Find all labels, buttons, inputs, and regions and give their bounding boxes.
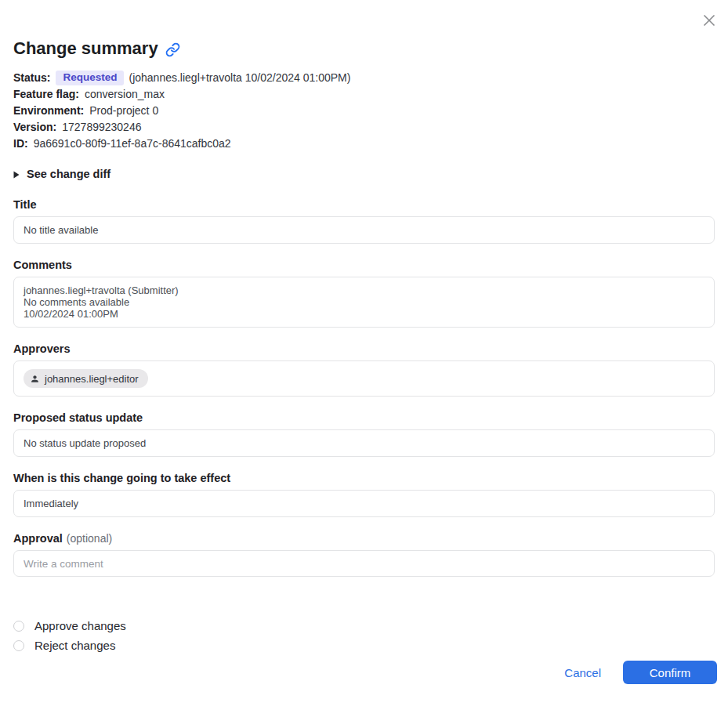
effect-section: When is this change going to take effect… xyxy=(13,472,715,517)
change-summary-dialog: Change summary Status: Requested (johann… xyxy=(0,0,728,710)
title-section-label: Title xyxy=(13,198,715,212)
chevron-right-icon xyxy=(13,171,20,179)
confirm-button[interactable]: Confirm xyxy=(623,661,717,684)
effect-value: Immediately xyxy=(24,498,78,509)
status-label: Status: xyxy=(13,70,50,86)
version-row: Version: 1727899230246 xyxy=(13,119,715,136)
environment-value: Prod-project 0 xyxy=(89,103,158,119)
comment-body-line: No comments available xyxy=(24,296,704,308)
environment-label: Environment: xyxy=(13,103,84,119)
environment-row: Environment: Prod-project 0 xyxy=(13,103,715,119)
proposed-status-section: Proposed status update No status update … xyxy=(13,411,715,457)
proposed-status-label: Proposed status update xyxy=(13,411,715,425)
feature-flag-value: conversion_max xyxy=(85,86,165,103)
approver-chip[interactable]: johannes.liegl+editor xyxy=(24,369,148,388)
id-label: ID: xyxy=(13,136,28,152)
page-title: Change summary xyxy=(13,0,715,59)
decision-radio-group: Approve changes Reject changes xyxy=(13,616,715,655)
status-detail: (johannes.liegl+travolta 10/02/2024 01:0… xyxy=(129,70,350,86)
feature-flag-label: Feature flag: xyxy=(13,86,79,103)
reject-changes-label: Reject changes xyxy=(34,639,115,652)
see-change-diff-label: See change diff xyxy=(27,168,110,181)
link-chain-glyph xyxy=(165,42,180,57)
approve-changes-label: Approve changes xyxy=(34,619,126,632)
status-row: Status: Requested (johannes.liegl+travol… xyxy=(13,70,715,86)
feature-flag-row: Feature flag: conversion_max xyxy=(13,86,715,103)
reject-changes-radio[interactable]: Reject changes xyxy=(13,636,115,655)
proposed-status-value: No status update proposed xyxy=(24,437,146,449)
see-change-diff-toggle[interactable]: See change diff xyxy=(13,168,110,181)
cancel-button[interactable]: Cancel xyxy=(564,666,601,679)
title-value-box: No title available xyxy=(13,216,715,244)
comments-section-label: Comments xyxy=(13,259,715,272)
approval-comment-input[interactable] xyxy=(13,550,715,577)
version-label: Version: xyxy=(13,119,56,136)
title-value: No title available xyxy=(24,224,98,236)
approval-section-label: Approval (optional) xyxy=(13,532,715,545)
version-value: 1727899230246 xyxy=(62,119,141,136)
radio-circle-icon xyxy=(13,640,24,651)
radio-circle-icon xyxy=(13,621,24,632)
comments-section: Comments johannes.liegl+travolta (Submit… xyxy=(13,259,715,328)
title-section: Title No title available xyxy=(13,198,715,244)
approval-section: Approval (optional) xyxy=(13,532,715,577)
link-icon[interactable] xyxy=(165,42,180,57)
comment-author-line: johannes.liegl+travolta (Submitter) xyxy=(24,284,704,296)
approval-optional-hint: (optional) xyxy=(67,532,112,545)
approvers-box: johannes.liegl+editor xyxy=(13,360,715,397)
proposed-status-box: No status update proposed xyxy=(13,429,715,457)
id-row: ID: 9a6691c0-80f9-11ef-8a7c-8641cafbc0a2 xyxy=(13,136,715,152)
meta-section: Status: Requested (johannes.liegl+travol… xyxy=(13,70,715,152)
comments-box: johannes.liegl+travolta (Submitter) No c… xyxy=(13,277,715,328)
close-x-glyph xyxy=(702,13,716,27)
approvers-section: Approvers johannes.liegl+editor xyxy=(13,342,715,397)
effect-section-label: When is this change going to take effect xyxy=(13,472,715,485)
dialog-title-text: Change summary xyxy=(13,38,158,59)
status-badge: Requested xyxy=(56,71,124,85)
id-value: 9a6691c0-80f9-11ef-8a7c-8641cafbc0a2 xyxy=(34,136,231,152)
approve-changes-radio[interactable]: Approve changes xyxy=(13,616,126,636)
person-icon xyxy=(30,374,40,384)
close-icon[interactable] xyxy=(701,12,718,29)
comment-timestamp-line: 10/02/2024 01:00PM xyxy=(24,308,704,320)
dialog-footer: Cancel Confirm xyxy=(564,661,717,684)
effect-value-box: Immediately xyxy=(13,490,715,517)
approver-chip-label: johannes.liegl+editor xyxy=(45,373,139,385)
approvers-section-label: Approvers xyxy=(13,342,715,356)
